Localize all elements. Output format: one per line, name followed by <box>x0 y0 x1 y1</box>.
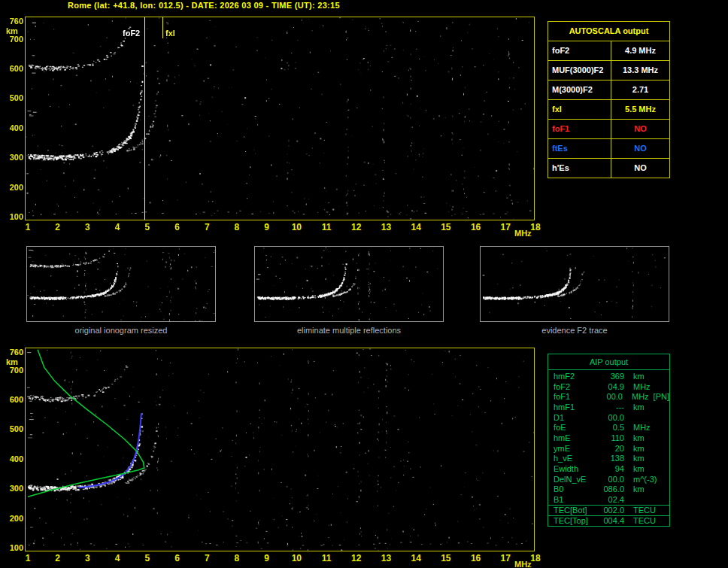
y-tick-label: 760 <box>2 17 23 26</box>
autoscala-table-title: AUTOSCALA output <box>548 22 669 41</box>
aip-parameter-name: D1 <box>554 413 599 422</box>
y-tick-label: 760 <box>2 348 23 357</box>
parameter-name: h'Es <box>548 159 611 178</box>
tec-parameter-value: 002.0 <box>599 506 624 515</box>
x-tick-label: 10 <box>292 553 302 563</box>
thumbnail-caption: original ionogram resized <box>26 326 216 335</box>
y-tick-label: 500 <box>2 93 23 102</box>
aip-parameter-unit: km <box>633 444 645 453</box>
x-tick-label: 9 <box>264 553 269 563</box>
aip-row: hmE110km <box>548 433 669 443</box>
top-ionogram-canvas <box>26 17 534 220</box>
aip-parameter-value: --- <box>599 402 624 412</box>
aip-row: h_vE138km <box>548 454 669 464</box>
thumbnail-canvas <box>27 247 215 321</box>
thumbnail-caption: evidence F2 trace <box>480 326 669 335</box>
parameter-name: M(3000)F2 <box>548 80 611 99</box>
aip-parameter-name: B0 <box>554 484 599 494</box>
x-tick-label: 3 <box>85 222 90 232</box>
aip-row: foF204.9MHz <box>548 381 669 392</box>
thumbnail-canvas <box>481 247 669 321</box>
aip-parameter-unit: m^(-3) <box>633 475 657 484</box>
tec-parameter-name: TEC[Top] <box>554 516 599 525</box>
aip-row: Ewidth94km <box>548 463 669 474</box>
aip-row: ymE20km <box>548 443 669 454</box>
bottom-ionogram-plot <box>25 348 535 551</box>
aip-parameter-value: 086.0 <box>599 484 624 494</box>
aip-parameter-value: 369 <box>599 372 624 381</box>
thumbnail-canvas <box>255 247 443 321</box>
autoscala-row: foF1NO <box>548 119 669 138</box>
autoscala-row: MUF(3000)F213.3 MHz <box>548 60 669 80</box>
aip-tec-section: TEC[Bot]002.0TECUTEC[Top]004.4TECU <box>548 505 669 526</box>
aip-parameter-flag: [PN] <box>654 392 669 401</box>
tec-parameter-unit: TECU <box>633 506 656 515</box>
aip-parameter-name: Ewidth <box>554 464 599 473</box>
x-tick-label: 12 <box>351 222 361 232</box>
aip-row: B102.4 <box>548 494 669 505</box>
y-tick-label: 400 <box>2 123 23 132</box>
x-tick-label: 10 <box>292 222 302 232</box>
y-tick-label: 700 <box>2 35 23 44</box>
aip-table-title: AIP output <box>548 354 669 370</box>
x-tick-label: 14 <box>411 553 420 563</box>
aip-table-body: hmF2369kmfoF204.9MHzfoF100.0MHz[PN]hmF1-… <box>548 370 669 505</box>
thumbnail-ionogram <box>26 246 216 322</box>
aip-parameter-unit: km <box>633 464 645 473</box>
aip-row: foF100.0MHz[PN] <box>548 391 669 402</box>
x-tick-label: 4 <box>115 222 120 232</box>
aip-row: B0086.0km <box>548 484 669 495</box>
aip-parameter-name: h_vE <box>554 454 599 463</box>
parameter-name: foF2 <box>548 41 611 60</box>
aip-parameter-name: hmF2 <box>554 372 599 381</box>
x-tick-label: 8 <box>235 222 240 232</box>
x-tick-label: 8 <box>235 553 240 563</box>
tec-parameter-name: TEC[Bot] <box>554 506 599 515</box>
y-tick-label: 300 <box>2 153 23 162</box>
aip-parameter-unit: km <box>633 454 645 463</box>
thumbnail-ionogram <box>480 246 669 322</box>
x-tick-label: 15 <box>441 222 450 232</box>
tec-row: TEC[Top]004.4TECU <box>548 515 669 526</box>
station-header: Rome (lat: +41.8, lon: 012.5) - DATE: 20… <box>68 1 340 10</box>
x-tick-label: 17 <box>501 553 511 563</box>
fxl-marker-label: fxl <box>165 29 175 38</box>
aip-parameter-name: ymE <box>554 444 599 453</box>
parameter-value: NO <box>611 139 669 158</box>
aip-parameter-name: foE <box>554 423 599 432</box>
y-tick-label: 100 <box>2 212 23 221</box>
autoscala-row: h'EsNO <box>548 158 669 178</box>
autoscala-row: foF24.9 MHz <box>548 41 669 60</box>
x-tick-label: 12 <box>351 553 361 563</box>
aip-parameter-unit: km <box>633 433 645 442</box>
tec-parameter-value: 004.4 <box>599 516 624 525</box>
aip-row: D100.0 <box>548 412 669 423</box>
x-tick-label: 6 <box>174 222 180 232</box>
top-ionogram-plot: foF2 fxl <box>25 17 535 220</box>
tec-parameter-unit: TECU <box>633 516 656 525</box>
y-tick-label: 100 <box>2 543 23 552</box>
parameter-value: NO <box>611 159 669 178</box>
aip-parameter-name: hmF1 <box>554 402 599 412</box>
aip-parameter-unit: km <box>633 484 645 494</box>
x-tick-label: 7 <box>205 222 210 232</box>
x-tick-label: 18 <box>530 222 540 232</box>
autoscala-row: M(3000)F22.71 <box>548 80 669 99</box>
aip-parameter-unit: MHz <box>633 423 651 432</box>
x-tick-label: 6 <box>174 553 180 563</box>
top-plot-mhz-label: MHz <box>514 229 532 238</box>
aip-parameter-unit: MHz <box>632 392 649 401</box>
y-tick-label: 600 <box>2 395 23 404</box>
x-tick-label: 13 <box>381 222 391 232</box>
aip-parameter-value: 94 <box>599 464 624 473</box>
x-tick-label: 9 <box>264 222 269 232</box>
aip-row: hmF1---km <box>548 402 669 412</box>
aip-parameter-unit: MHz <box>633 382 651 391</box>
y-tick-label: 300 <box>2 484 23 493</box>
y-tick-label: 200 <box>2 183 23 192</box>
aip-parameter-value: 110 <box>599 433 624 442</box>
parameter-value: 5.5 MHz <box>611 100 669 119</box>
x-tick-label: 1 <box>26 222 31 232</box>
thumbnail-caption: eliminate multiple reflections <box>254 326 444 335</box>
x-tick-label: 5 <box>144 553 150 563</box>
